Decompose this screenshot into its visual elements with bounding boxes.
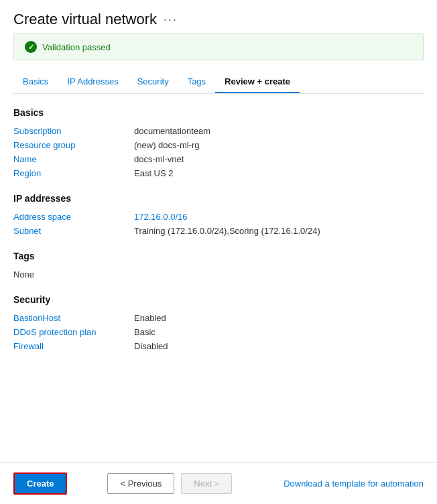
section-tags: Tags None — [13, 251, 424, 279]
field-region: Region East US 2 — [13, 168, 424, 178]
field-resource-group: Resource group (new) docs-ml-rg — [13, 140, 424, 150]
tab-bar: Basics IP Addresses Security Tags Review… — [13, 67, 424, 94]
tab-review-create[interactable]: Review + create — [215, 71, 300, 93]
page-title: Create virtual network — [13, 11, 157, 28]
field-firewall-value: Disabled — [134, 341, 168, 351]
field-bastion-host: BastionHost Enabled — [13, 313, 424, 323]
section-ip-title: IP addresses — [13, 193, 424, 204]
field-subscription: Subscription documentationteam — [13, 126, 424, 136]
section-basics-title: Basics — [13, 107, 424, 118]
field-ddos-value: Basic — [134, 327, 155, 337]
field-address-space: Address space 172.16.0.0/16 — [13, 212, 424, 222]
field-tags-value: None — [13, 269, 34, 279]
field-subnet-label: Subnet — [13, 226, 134, 236]
validation-banner: Validation passed — [13, 34, 424, 60]
field-resource-group-label: Resource group — [13, 140, 134, 150]
field-firewall-label: Firewall — [13, 341, 134, 351]
field-region-label: Region — [13, 168, 134, 178]
field-resource-group-value: (new) docs-ml-rg — [134, 140, 200, 150]
page-header: Create virtual network ··· — [0, 0, 437, 34]
more-options-icon[interactable]: ··· — [164, 13, 178, 27]
tab-tags[interactable]: Tags — [178, 71, 215, 93]
previous-button[interactable]: < Previous — [107, 473, 174, 494]
tab-ip-addresses[interactable]: IP Addresses — [58, 71, 127, 93]
field-address-space-label: Address space — [13, 212, 134, 222]
section-tags-title: Tags — [13, 251, 424, 261]
footer-actions: Create < Previous Next > Download a temp… — [0, 462, 437, 504]
section-ip-addresses: IP addresses Address space 172.16.0.0/16… — [13, 193, 424, 236]
field-subscription-label: Subscription — [13, 126, 134, 136]
field-firewall: Firewall Disabled — [13, 341, 424, 351]
field-bastion-label: BastionHost — [13, 313, 134, 323]
field-name-label: Name — [13, 154, 134, 164]
field-name-value: docs-ml-vnet — [134, 154, 184, 164]
field-bastion-value: Enabled — [134, 313, 166, 323]
section-security-title: Security — [13, 294, 424, 305]
validation-text: Validation passed — [42, 42, 111, 52]
tab-basics[interactable]: Basics — [13, 71, 58, 93]
field-address-space-value: 172.16.0.0/16 — [134, 212, 188, 222]
next-button: Next > — [181, 473, 232, 494]
section-basics: Basics Subscription documentationteam Re… — [13, 107, 424, 178]
field-tags-none: None — [13, 269, 424, 279]
tab-security[interactable]: Security — [128, 71, 178, 93]
field-subnet: Subnet Training (172.16.0.0/24),Scoring … — [13, 226, 424, 236]
field-subscription-value: documentationteam — [134, 126, 210, 136]
validation-check-icon — [25, 41, 37, 53]
field-subnet-value: Training (172.16.0.0/24),Scoring (172.16… — [134, 226, 320, 236]
field-region-value: East US 2 — [134, 168, 174, 178]
download-template-link[interactable]: Download a template for automation — [284, 479, 424, 489]
field-ddos: DDoS protection plan Basic — [13, 327, 424, 337]
field-ddos-label: DDoS protection plan — [13, 327, 134, 337]
main-content: Basics Subscription documentationteam Re… — [0, 94, 437, 462]
section-security: Security BastionHost Enabled DDoS protec… — [13, 294, 424, 351]
field-name: Name docs-ml-vnet — [13, 154, 424, 164]
create-button[interactable]: Create — [13, 472, 67, 495]
